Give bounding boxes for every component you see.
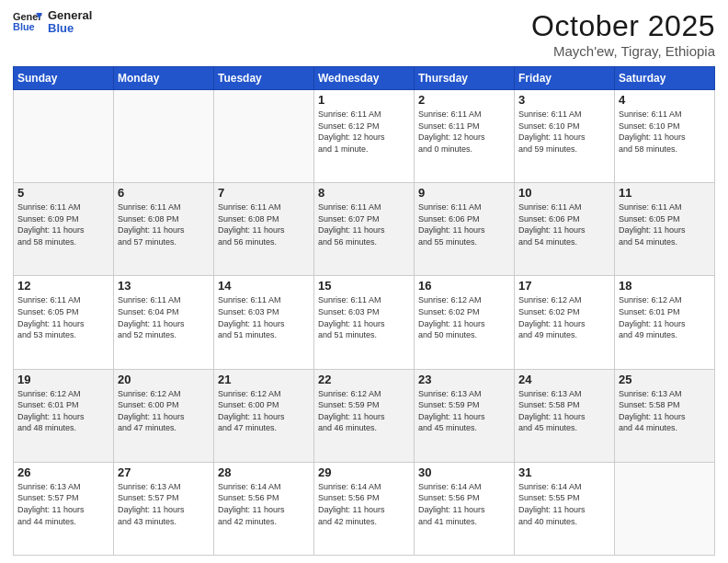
weekday-monday: Monday <box>114 67 214 90</box>
day-number: 17 <box>518 279 610 293</box>
day-number: 14 <box>218 279 310 293</box>
day-number: 1 <box>318 93 410 107</box>
weekday-friday: Friday <box>515 67 615 90</box>
day-number: 10 <box>518 186 610 200</box>
day-info: Sunrise: 6:11 AM Sunset: 6:06 PM Dayligh… <box>518 201 610 247</box>
day-cell: 8Sunrise: 6:11 AM Sunset: 6:07 PM Daylig… <box>314 183 415 276</box>
weekday-wednesday: Wednesday <box>314 67 415 90</box>
day-info: Sunrise: 6:11 AM Sunset: 6:10 PM Dayligh… <box>619 109 711 155</box>
day-info: Sunrise: 6:12 AM Sunset: 6:02 PM Dayligh… <box>518 294 610 340</box>
day-number: 7 <box>218 186 310 200</box>
day-cell: 27Sunrise: 6:13 AM Sunset: 5:57 PM Dayli… <box>114 462 214 555</box>
day-number: 11 <box>619 186 711 200</box>
day-cell: 25Sunrise: 6:13 AM Sunset: 5:58 PM Dayli… <box>615 369 715 462</box>
day-cell: 24Sunrise: 6:13 AM Sunset: 5:58 PM Dayli… <box>515 369 615 462</box>
day-cell: 13Sunrise: 6:11 AM Sunset: 6:04 PM Dayli… <box>114 276 214 369</box>
day-cell: 2Sunrise: 6:11 AM Sunset: 6:11 PM Daylig… <box>415 90 515 183</box>
day-info: Sunrise: 6:13 AM Sunset: 5:59 PM Dayligh… <box>418 388 510 434</box>
day-number: 5 <box>17 186 109 200</box>
day-cell: 9Sunrise: 6:11 AM Sunset: 6:06 PM Daylig… <box>415 183 515 276</box>
day-cell: 19Sunrise: 6:12 AM Sunset: 6:01 PM Dayli… <box>14 369 114 462</box>
day-info: Sunrise: 6:11 AM Sunset: 6:08 PM Dayligh… <box>118 201 210 247</box>
day-cell: 3Sunrise: 6:11 AM Sunset: 6:10 PM Daylig… <box>515 90 615 183</box>
day-info: Sunrise: 6:11 AM Sunset: 6:07 PM Dayligh… <box>318 201 410 247</box>
logo: General Blue General Blue <box>13 9 92 36</box>
day-info: Sunrise: 6:12 AM Sunset: 6:00 PM Dayligh… <box>118 388 210 434</box>
day-info: Sunrise: 6:11 AM Sunset: 6:05 PM Dayligh… <box>17 294 109 340</box>
day-info: Sunrise: 6:14 AM Sunset: 5:56 PM Dayligh… <box>318 481 410 527</box>
weekday-saturday: Saturday <box>615 67 715 90</box>
day-cell: 18Sunrise: 6:12 AM Sunset: 6:01 PM Dayli… <box>615 276 715 369</box>
day-cell: 26Sunrise: 6:13 AM Sunset: 5:57 PM Dayli… <box>14 462 114 555</box>
day-info: Sunrise: 6:13 AM Sunset: 5:57 PM Dayligh… <box>17 481 109 527</box>
day-cell <box>615 462 715 555</box>
day-number: 20 <box>118 373 210 386</box>
day-cell: 5Sunrise: 6:11 AM Sunset: 6:09 PM Daylig… <box>14 183 114 276</box>
day-info: Sunrise: 6:14 AM Sunset: 5:56 PM Dayligh… <box>218 481 310 527</box>
day-cell: 23Sunrise: 6:13 AM Sunset: 5:59 PM Dayli… <box>415 369 515 462</box>
day-cell: 20Sunrise: 6:12 AM Sunset: 6:00 PM Dayli… <box>114 369 214 462</box>
day-info: Sunrise: 6:11 AM Sunset: 6:08 PM Dayligh… <box>218 201 310 247</box>
logo-line1: General <box>48 9 92 22</box>
day-number: 9 <box>418 186 510 200</box>
weekday-tuesday: Tuesday <box>214 67 314 90</box>
day-number: 26 <box>17 465 109 479</box>
day-cell <box>214 90 314 183</box>
day-number: 22 <box>318 373 410 386</box>
day-number: 4 <box>619 93 711 107</box>
day-info: Sunrise: 6:11 AM Sunset: 6:10 PM Dayligh… <box>518 109 610 155</box>
logo-line2: Blue <box>48 22 92 35</box>
day-cell: 12Sunrise: 6:11 AM Sunset: 6:05 PM Dayli… <box>14 276 114 369</box>
day-cell: 4Sunrise: 6:11 AM Sunset: 6:10 PM Daylig… <box>615 90 715 183</box>
week-row-1: 1Sunrise: 6:11 AM Sunset: 6:12 PM Daylig… <box>14 90 715 183</box>
day-cell: 7Sunrise: 6:11 AM Sunset: 6:08 PM Daylig… <box>214 183 314 276</box>
day-info: Sunrise: 6:11 AM Sunset: 6:12 PM Dayligh… <box>318 109 410 155</box>
day-number: 31 <box>518 465 610 479</box>
weekday-header-row: SundayMondayTuesdayWednesdayThursdayFrid… <box>14 67 715 90</box>
day-cell: 10Sunrise: 6:11 AM Sunset: 6:06 PM Dayli… <box>515 183 615 276</box>
day-number: 25 <box>619 373 711 386</box>
day-info: Sunrise: 6:12 AM Sunset: 5:59 PM Dayligh… <box>318 388 410 434</box>
day-cell: 16Sunrise: 6:12 AM Sunset: 6:02 PM Dayli… <box>415 276 515 369</box>
day-info: Sunrise: 6:11 AM Sunset: 6:09 PM Dayligh… <box>17 201 109 247</box>
day-cell: 11Sunrise: 6:11 AM Sunset: 6:05 PM Dayli… <box>615 183 715 276</box>
day-cell <box>14 90 114 183</box>
day-cell: 21Sunrise: 6:12 AM Sunset: 6:00 PM Dayli… <box>214 369 314 462</box>
day-cell: 14Sunrise: 6:11 AM Sunset: 6:03 PM Dayli… <box>214 276 314 369</box>
day-number: 28 <box>218 465 310 479</box>
day-info: Sunrise: 6:12 AM Sunset: 6:01 PM Dayligh… <box>619 294 711 340</box>
day-number: 23 <box>418 373 510 386</box>
day-number: 15 <box>318 279 410 293</box>
day-cell <box>114 90 214 183</box>
day-number: 12 <box>17 279 109 293</box>
day-info: Sunrise: 6:12 AM Sunset: 6:01 PM Dayligh… <box>17 388 109 434</box>
week-row-3: 12Sunrise: 6:11 AM Sunset: 6:05 PM Dayli… <box>14 276 715 369</box>
day-cell: 22Sunrise: 6:12 AM Sunset: 5:59 PM Dayli… <box>314 369 415 462</box>
day-number: 29 <box>318 465 410 479</box>
day-cell: 29Sunrise: 6:14 AM Sunset: 5:56 PM Dayli… <box>314 462 415 555</box>
day-cell: 1Sunrise: 6:11 AM Sunset: 6:12 PM Daylig… <box>314 90 415 183</box>
calendar-table: SundayMondayTuesdayWednesdayThursdayFrid… <box>13 66 715 556</box>
day-info: Sunrise: 6:14 AM Sunset: 5:56 PM Dayligh… <box>418 481 510 527</box>
day-number: 3 <box>518 93 610 107</box>
day-info: Sunrise: 6:13 AM Sunset: 5:58 PM Dayligh… <box>518 388 610 434</box>
svg-text:Blue: Blue <box>13 22 35 33</box>
day-number: 24 <box>518 373 610 386</box>
title-block: October 2025 Maych'ew, Tigray, Ethiopia <box>531 9 715 59</box>
header: General Blue General Blue October 2025 M… <box>13 9 715 59</box>
day-number: 30 <box>418 465 510 479</box>
day-info: Sunrise: 6:13 AM Sunset: 5:58 PM Dayligh… <box>619 388 711 434</box>
location-subtitle: Maych'ew, Tigray, Ethiopia <box>531 43 715 59</box>
day-info: Sunrise: 6:11 AM Sunset: 6:04 PM Dayligh… <box>118 294 210 340</box>
day-cell: 6Sunrise: 6:11 AM Sunset: 6:08 PM Daylig… <box>114 183 214 276</box>
day-number: 27 <box>118 465 210 479</box>
day-cell: 30Sunrise: 6:14 AM Sunset: 5:56 PM Dayli… <box>415 462 515 555</box>
weekday-thursday: Thursday <box>415 67 515 90</box>
day-info: Sunrise: 6:11 AM Sunset: 6:11 PM Dayligh… <box>418 109 510 155</box>
day-info: Sunrise: 6:11 AM Sunset: 6:03 PM Dayligh… <box>318 294 410 340</box>
day-info: Sunrise: 6:11 AM Sunset: 6:03 PM Dayligh… <box>218 294 310 340</box>
day-cell: 17Sunrise: 6:12 AM Sunset: 6:02 PM Dayli… <box>515 276 615 369</box>
day-number: 16 <box>418 279 510 293</box>
logo-icon: General Blue <box>13 9 42 35</box>
day-cell: 31Sunrise: 6:14 AM Sunset: 5:55 PM Dayli… <box>515 462 615 555</box>
